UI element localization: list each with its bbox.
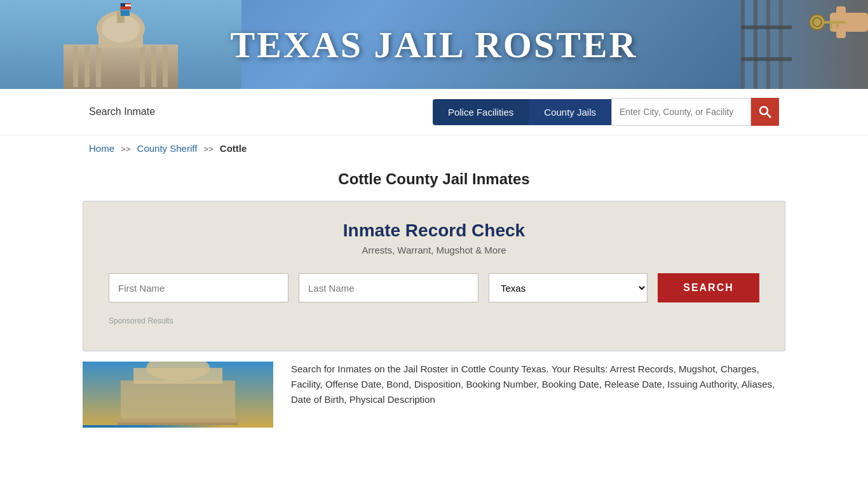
keys-section [741, 0, 868, 89]
last-name-input[interactable] [299, 273, 478, 302]
record-check-heading: Inmate Record Check [109, 220, 759, 241]
svg-rect-6 [151, 46, 156, 87]
site-title: Texas Jail Roster [231, 24, 638, 66]
inmate-search-form: AlabamaAlaskaArizonaArkansasCaliforniaCo… [109, 273, 759, 302]
svg-rect-2 [73, 46, 78, 87]
capitol-section [0, 0, 241, 89]
nav-right: Police Facilities County Jails [433, 98, 779, 126]
nav-bar: Search Inmate Police Facilities County J… [0, 89, 868, 135]
police-facilities-button[interactable]: Police Facilities [433, 99, 529, 125]
facility-search-button[interactable] [751, 98, 779, 126]
svg-rect-3 [85, 46, 90, 87]
bottom-illustration [83, 362, 273, 425]
svg-point-20 [810, 15, 825, 30]
svg-rect-28 [779, 0, 783, 89]
state-select[interactable]: AlabamaAlaskaArizonaArkansasCaliforniaCo… [489, 273, 648, 302]
breadcrumb-home[interactable]: Home [89, 143, 114, 154]
county-jails-button[interactable]: County Jails [529, 99, 611, 125]
breadcrumb-county-sheriff[interactable]: County Sheriff [137, 143, 198, 154]
search-inmate-label: Search Inmate [89, 106, 155, 118]
svg-rect-30 [741, 57, 792, 61]
svg-rect-25 [741, 0, 745, 89]
svg-rect-16 [121, 10, 130, 16]
sponsored-label: Sponsored Results [109, 316, 759, 325]
svg-rect-29 [741, 25, 792, 29]
svg-rect-38 [118, 423, 238, 425]
page-title: Cottle County Jail Inmates [0, 170, 868, 188]
record-check-subtitle: Arrests, Warrant, Mugshot & More [109, 245, 759, 255]
breadcrumb: Home >> County Sheriff >> Cottle [0, 135, 868, 161]
svg-rect-27 [766, 0, 770, 89]
page-title-wrap: Cottle County Jail Inmates [0, 161, 868, 194]
record-check-box: Inmate Record Check Arrests, Warrant, Mu… [83, 201, 785, 351]
facility-search-input[interactable] [611, 98, 751, 126]
bottom-text: Search for Inmates on the Jail Roster in… [273, 362, 785, 407]
svg-rect-1 [64, 44, 178, 89]
svg-rect-37 [114, 419, 241, 423]
breadcrumb-sep1: >> [121, 144, 130, 154]
capitol-illustration [0, 0, 241, 89]
svg-rect-5 [140, 46, 145, 87]
svg-rect-26 [754, 0, 757, 89]
breadcrumb-sep2: >> [204, 144, 214, 154]
svg-rect-23 [830, 24, 832, 29]
svg-rect-15 [121, 3, 125, 6]
facility-search-wrap [611, 98, 779, 126]
breadcrumb-current: Cottle [220, 143, 247, 154]
bottom-image [83, 362, 273, 428]
svg-rect-4 [96, 46, 101, 87]
search-icon [759, 105, 771, 118]
svg-point-31 [760, 107, 768, 114]
svg-line-32 [767, 114, 771, 118]
bottom-section: Search for Inmates on the Jail Roster in… [83, 362, 785, 428]
header-banner: Texas Jail Roster [0, 0, 868, 89]
svg-rect-22 [824, 21, 846, 24]
svg-rect-34 [121, 381, 235, 425]
svg-rect-7 [163, 46, 168, 87]
svg-rect-24 [836, 24, 839, 27]
search-button[interactable]: SEARCH [658, 273, 759, 302]
keys-illustration [741, 0, 868, 89]
first-name-input[interactable] [109, 273, 288, 302]
